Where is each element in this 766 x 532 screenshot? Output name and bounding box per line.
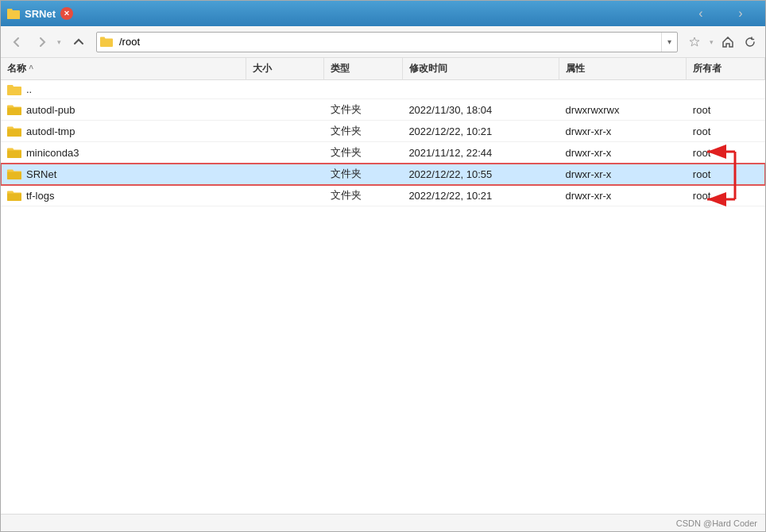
title-bar-controls: ‹ › — [683, 6, 759, 21]
file-name: .. — [26, 83, 32, 95]
address-folder-icon — [97, 33, 116, 52]
file-date: 2022/12/22, 10:21 — [402, 121, 559, 142]
file-owner: root — [687, 121, 765, 142]
file-size — [246, 99, 324, 121]
file-owner: root — [687, 99, 765, 121]
title-bar-folder-icon — [7, 7, 20, 20]
col-header-attr[interactable]: 属性 — [559, 58, 687, 80]
file-name: SRNet — [26, 168, 56, 180]
file-size — [246, 142, 324, 164]
forward-icon — [37, 37, 48, 48]
folder-icon — [7, 104, 21, 115]
file-date: 2022/11/30, 18:04 — [402, 99, 559, 121]
file-owner: root — [687, 185, 765, 206]
refresh-button[interactable] — [740, 32, 760, 52]
name-cell: miniconda3 — [7, 147, 239, 159]
nav-next-btn[interactable]: › — [722, 6, 759, 21]
toolbar-right: ▾ — [684, 32, 760, 52]
table-row[interactable]: SRNet 文件夹2022/12/22, 10:55drwxr-xr-xroot — [1, 164, 765, 185]
file-date: 2022/12/22, 10:55 — [402, 164, 559, 185]
file-attr: drwxrwxrwx — [559, 99, 687, 121]
name-cell: .. — [7, 83, 239, 95]
file-type: 文件夹 — [324, 142, 403, 164]
address-bar[interactable]: ▾ — [96, 32, 678, 52]
file-name: tf-logs — [26, 190, 54, 202]
address-dropdown-btn[interactable]: ▾ — [661, 33, 677, 52]
table-row[interactable]: miniconda3 文件夹2021/11/12, 22:44drwxr-xr-… — [1, 142, 765, 164]
col-header-name[interactable]: 名称 ^ — [1, 58, 246, 80]
table-row[interactable]: tf-logs 文件夹2022/12/22, 10:21drwxr-xr-xro… — [1, 185, 765, 206]
name-cell: tf-logs — [7, 190, 239, 202]
name-cell: SRNet — [7, 168, 239, 180]
folder-icon — [7, 125, 21, 137]
close-tab-btn[interactable]: ✕ — [60, 7, 73, 20]
file-type: 文件夹 — [324, 185, 403, 206]
home-button[interactable] — [718, 32, 738, 52]
dropdown-arrow-button[interactable]: ▾ — [53, 32, 64, 52]
file-attr — [559, 80, 687, 99]
title-text: SRNet — [25, 8, 56, 20]
file-name: autodl-tmp — [26, 125, 75, 137]
name-cell: autodl-tmp — [7, 125, 239, 137]
bookmark-dropdown-btn[interactable]: ▾ — [706, 32, 716, 52]
bookmark-button[interactable] — [684, 32, 705, 52]
file-attr: drwxr-xr-x — [559, 121, 687, 142]
nav-group: ▾ — [31, 32, 64, 52]
file-owner — [687, 80, 765, 99]
col-header-size[interactable]: 大小 — [246, 58, 324, 80]
watermark-text: CSDN @Hard Coder — [676, 519, 757, 528]
back-button[interactable] — [6, 32, 28, 52]
folder-icon — [7, 147, 21, 158]
col-header-type[interactable]: 类型 — [324, 58, 403, 80]
file-date: 2022/12/22, 10:21 — [402, 185, 559, 206]
forward-button[interactable] — [31, 32, 53, 52]
col-header-date[interactable]: 修改时间 — [402, 58, 559, 80]
nav-prev-btn[interactable]: ‹ — [683, 6, 719, 21]
file-type: 文件夹 — [324, 164, 403, 185]
home-icon — [722, 37, 733, 48]
title-bar: SRNet ✕ ‹ › — [1, 1, 765, 26]
file-size — [246, 164, 324, 185]
file-type: 文件夹 — [324, 99, 403, 121]
table-header-row: 名称 ^ 大小 类型 修改时间 属性 所有者 — [1, 58, 765, 80]
file-date — [402, 80, 559, 99]
refresh-icon — [745, 37, 756, 48]
address-input[interactable] — [116, 36, 661, 48]
file-date: 2021/11/12, 22:44 — [402, 142, 559, 164]
status-bar: CSDN @Hard Coder — [1, 514, 765, 531]
file-attr: drwxr-xr-x — [559, 142, 687, 164]
file-name: autodl-pub — [26, 104, 75, 116]
name-cell: autodl-pub — [7, 104, 239, 116]
file-attr: drwxr-xr-x — [559, 164, 687, 185]
folder-icon — [7, 190, 21, 201]
file-type — [324, 80, 403, 99]
toolbar: ▾ ▾ ▾ — [1, 26, 765, 58]
file-size — [246, 121, 324, 142]
folder-icon — [7, 168, 21, 179]
file-type: 文件夹 — [324, 121, 403, 142]
file-name: miniconda3 — [26, 147, 79, 159]
file-size — [246, 80, 324, 99]
file-attr: drwxr-xr-x — [559, 185, 687, 206]
file-list-body: .. autodl-pub 文件夹2022/11/30, 18:04drwxrw… — [1, 80, 765, 206]
table-row[interactable]: autodl-tmp 文件夹2022/12/22, 10:21drwxr-xr-… — [1, 121, 765, 142]
up-button[interactable] — [68, 32, 90, 52]
file-table: 名称 ^ 大小 类型 修改时间 属性 所有者 .. autodl- — [1, 58, 765, 206]
title-bar-left: SRNet ✕ — [7, 7, 73, 20]
sort-indicator: ^ — [29, 64, 33, 73]
back-icon — [11, 37, 22, 48]
folder-icon — [7, 84, 21, 95]
file-manager-window: SRNet ✕ ‹ › ▾ — [0, 0, 766, 532]
file-owner: root — [687, 164, 765, 185]
col-header-owner[interactable]: 所有者 — [687, 58, 765, 80]
up-icon — [73, 37, 84, 48]
bookmark-icon — [689, 37, 700, 48]
table-row[interactable]: autodl-pub 文件夹2022/11/30, 18:04drwxrwxrw… — [1, 99, 765, 121]
file-size — [246, 185, 324, 206]
file-list-container: 名称 ^ 大小 类型 修改时间 属性 所有者 .. autodl- — [1, 58, 765, 514]
svg-marker-0 — [690, 37, 699, 46]
file-owner: root — [687, 142, 765, 164]
table-row[interactable]: .. — [1, 80, 765, 99]
